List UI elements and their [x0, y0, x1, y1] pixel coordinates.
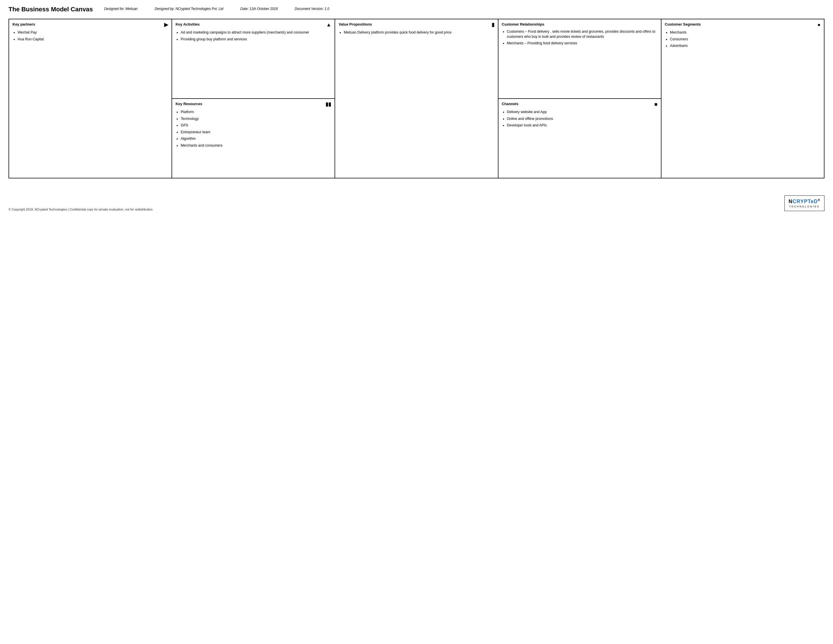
list-item: Merchants – Providing food delivery serv…: [507, 41, 658, 46]
customer-segments-list: Merchants Consumers Advertisers: [665, 30, 820, 48]
list-item: Providing group buy platform and service…: [181, 37, 331, 42]
customer-segments-cell: Customer Segments ● Merchants Consumers …: [661, 19, 824, 178]
value-propositions-header: Value Propositions ▮: [339, 22, 494, 27]
designed-by: Designed by: NCrypted Technologies Pvt. …: [155, 7, 224, 11]
page-title: The Business Model Canvas: [8, 6, 93, 13]
logo-name: NCRYPTeD®: [789, 198, 820, 204]
list-item: Developer tools and APIs: [507, 123, 658, 128]
list-item: Customers – Food delivery , sells movie …: [507, 29, 658, 39]
key-resources-icon: ▮▮: [325, 102, 331, 107]
key-resources-header: Key Resources ▮▮: [175, 102, 331, 107]
page-header: The Business Model Canvas Designed for: …: [8, 6, 825, 13]
channels-list: Delivery website and App Online and offl…: [502, 109, 658, 128]
list-item: Platform: [181, 109, 331, 115]
key-activities-list: Ad and marketing campaigns to attract mo…: [175, 30, 331, 42]
list-item: Entrepreneur team: [181, 130, 331, 135]
list-item: Consumers: [670, 37, 820, 42]
logo-tagline: TECHNOLOGIES: [789, 205, 820, 208]
date: Date: 11th October 2018: [240, 7, 278, 11]
customer-relationships-header: Customer Relationships: [502, 22, 658, 26]
list-item: GPS: [181, 123, 331, 128]
list-item: Algorithm: [181, 136, 331, 142]
list-item: Merchants: [670, 30, 820, 35]
channels-header: Channels ■: [502, 102, 658, 107]
customer-relationships-cell: Customer Relationships Customers – Food …: [498, 19, 661, 98]
key-partners-cell: Key partners ▶ Wechat Pay Hua Run Capita…: [9, 19, 172, 178]
designed-for: Designed for: Meituan: [104, 7, 137, 11]
customer-segments-icon: ●: [817, 22, 820, 27]
copyright-text: © Copyright 2018, NCrypted Technologies …: [8, 208, 153, 211]
value-propositions-cell: Value Propositions ▮ Meituan Delivery pl…: [335, 19, 498, 178]
list-item: Ad and marketing campaigns to attract mo…: [181, 30, 331, 35]
customer-segments-header: Customer Segments ●: [665, 22, 820, 27]
key-activities-header: Key Activities ▲: [175, 22, 331, 27]
channels-cell: Channels ■ Delivery website and App Onli…: [498, 98, 661, 178]
ncrypted-logo: NCRYPTeD® TECHNOLOGIES: [785, 195, 825, 211]
list-item: Technology: [181, 116, 331, 122]
value-propositions-icon: ▮: [492, 22, 494, 27]
footer: © Copyright 2018, NCrypted Technologies …: [8, 195, 825, 211]
list-item: Online and offline promotions: [507, 116, 658, 122]
key-activities-cell: Key Activities ▲ Ad and marketing campai…: [172, 19, 335, 98]
key-partners-header: Key partners ▶: [13, 22, 168, 27]
customer-relationships-list: Customers – Food delivery , sells movie …: [502, 29, 658, 46]
key-partners-list: Wechat Pay Hua Run Capital: [13, 30, 168, 42]
list-item: Wechat Pay: [18, 30, 168, 35]
key-activities-icon: ▲: [326, 22, 331, 27]
key-resources-cell: Key Resources ▮▮ Platform Technology GPS…: [172, 98, 335, 178]
value-propositions-list: Meituan Delivery platform provides quick…: [339, 30, 494, 35]
header-meta: Designed for: Meituan Designed by: NCryp…: [104, 7, 329, 11]
list-item: Meituan Delivery platform provides quick…: [344, 30, 494, 35]
channels-icon: ■: [654, 102, 658, 107]
document-version: Document Version: 1.0: [295, 7, 330, 11]
key-resources-list: Platform Technology GPS Entrepreneur tea…: [175, 109, 331, 148]
canvas-grid: Key partners ▶ Wechat Pay Hua Run Capita…: [8, 19, 825, 179]
list-item: Merchants and consumers: [181, 143, 331, 148]
list-item: Delivery website and App: [507, 109, 658, 115]
list-item: Advertisers: [670, 43, 820, 48]
list-item: Hua Run Capital: [18, 37, 168, 42]
key-partners-icon: ▶: [164, 22, 168, 27]
